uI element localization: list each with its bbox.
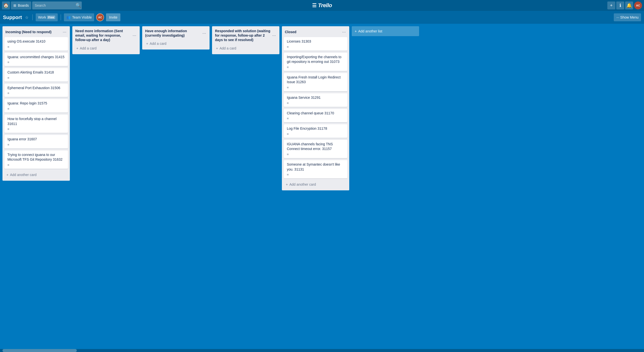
free-badge: Free <box>47 15 55 19</box>
add-card-button-closed[interactable]: + Add another card <box>283 180 348 188</box>
list-title-have-enough-info: Have enough information (currently inves… <box>145 29 201 38</box>
list-header-incoming: Incoming (Need to respond)··· <box>2 26 70 37</box>
board-header-right: ··· Show Menu <box>614 13 641 21</box>
dots-icon: ··· <box>616 15 619 19</box>
list-menu-button-closed[interactable]: ··· <box>340 29 347 35</box>
top-navigation: 🏠 ⊞ Boards 🔍 ☰ Trello + ℹ 🔔 AC <box>0 0 644 11</box>
card[interactable]: Importing/Exporting the channels to git … <box>284 53 347 71</box>
add-card-button-responded[interactable]: + Add a card <box>213 44 278 52</box>
card[interactable]: How to forcefully stop a channel 31611≡ <box>4 115 68 133</box>
team-visible-button[interactable]: 👥 Team Visible <box>64 13 94 21</box>
boards-grid-icon: ⊞ <box>14 3 16 7</box>
card-description-icon: ≡ <box>8 107 65 111</box>
card-title: Custom Alerting Emails 31418 <box>8 70 65 75</box>
card[interactable]: Log File Encryption 31178≡ <box>284 124 347 138</box>
card-description-icon: ≡ <box>287 65 344 69</box>
card-title: Iguana Service 31291 <box>287 95 344 100</box>
card-description-icon: ≡ <box>287 117 344 120</box>
invite-label: Invite <box>109 15 117 19</box>
user-avatar[interactable]: AC <box>634 1 642 9</box>
boards-button[interactable]: ⊞ Boards <box>11 1 31 9</box>
card-description-icon: ≡ <box>8 163 65 167</box>
list-need-more-info: Need more information (Sent email, waiti… <box>72 26 140 54</box>
card-title: Importing/Exporting the channels to git … <box>287 55 344 64</box>
list-header-have-enough-info: Have enough information (currently inves… <box>142 26 210 40</box>
list-title-need-more-info: Need more information (Sent email, waiti… <box>75 29 131 42</box>
card[interactable]: Ephemeral Port Exhaustion 31506≡ <box>4 84 68 97</box>
card-description-icon: ≡ <box>8 45 65 49</box>
add-card-button-incoming[interactable]: + Add another card <box>4 171 69 179</box>
list-menu-button-responded[interactable]: ··· <box>271 32 278 39</box>
card-title: IGUANA channels facing TNS Connect timeo… <box>287 142 344 151</box>
invite-button[interactable]: Invite <box>106 13 120 21</box>
card[interactable]: Iguana Service 31291≡ <box>284 93 347 107</box>
list-header-closed: Closed··· <box>282 26 349 37</box>
card-title: Log File Encryption 31178 <box>287 126 344 131</box>
plus-icon: + <box>286 182 288 186</box>
star-button[interactable]: ☆ <box>24 14 30 21</box>
add-card-button-need-more-info[interactable]: + Add a card <box>73 44 139 52</box>
member-avatar[interactable]: AC <box>96 13 104 21</box>
card[interactable]: Iguana: Repo login 31575≡ <box>4 99 68 113</box>
list-cards-incoming: using OS.execute 31410≡Iguana: uncommitt… <box>2 37 70 171</box>
card-description-icon: ≡ <box>287 132 344 136</box>
scroll-bar <box>0 349 644 352</box>
card[interactable]: Custom Alerting Emails 31418≡ <box>4 68 68 82</box>
card-description-icon: ≡ <box>8 127 65 131</box>
home-button[interactable]: 🏠 <box>2 1 10 9</box>
card-title: Someone at Symantec doesn't like you. 31… <box>287 162 344 172</box>
plus-icon: + <box>146 41 148 45</box>
info-button[interactable]: ℹ <box>616 1 624 9</box>
card[interactable]: Iguana: uncommitted changes 31415≡ <box>4 53 68 66</box>
show-menu-button[interactable]: ··· Show Menu <box>614 13 641 21</box>
card-title: Trying to connect iguana to our Microsof… <box>8 152 65 162</box>
card-title: Ephemeral Port Exhaustion 31506 <box>8 86 65 91</box>
list-menu-button-have-enough-info[interactable]: ··· <box>201 30 208 36</box>
list-menu-button-need-more-info[interactable]: ··· <box>131 32 138 39</box>
header-divider <box>32 14 33 20</box>
work-label: Work <box>38 15 46 19</box>
board-title: Support <box>3 14 22 20</box>
avatar-initials: AC <box>636 4 640 7</box>
trello-logo-text: Trello <box>318 2 332 9</box>
card[interactable]: using OS.execute 31410≡ <box>4 37 68 51</box>
work-button[interactable]: Work Free <box>36 13 58 21</box>
card-description-icon: ≡ <box>287 101 344 105</box>
card-title: Iguana: uncommitted changes 31415 <box>8 55 65 60</box>
list-menu-button-incoming[interactable]: ··· <box>61 29 68 35</box>
team-label: Team Visible <box>72 15 92 19</box>
card[interactable]: Licenses 31303≡ <box>284 37 347 51</box>
nav-right-section: + ℹ 🔔 AC <box>607 1 642 9</box>
card[interactable]: Trying to connect iguana to our Microsof… <box>4 150 68 169</box>
card-description-icon: ≡ <box>287 152 344 156</box>
card-description-icon: ≡ <box>8 143 65 147</box>
add-button[interactable]: + <box>607 1 615 9</box>
card[interactable]: Iguana Fresh Install Login Redirect Issu… <box>284 73 347 91</box>
card[interactable]: Someone at Symantec doesn't like you. 31… <box>284 160 347 178</box>
notification-button[interactable]: 🔔 <box>625 1 633 9</box>
card-title: How to forcefully stop a channel 31611 <box>8 117 65 126</box>
list-title-incoming: Incoming (Need to respond) <box>6 30 61 34</box>
card[interactable]: Clearing channel queue 31170≡ <box>284 109 347 122</box>
card-title: using OS.execute 31410 <box>8 39 65 44</box>
card-title: Iguana error 31607 <box>8 137 65 142</box>
search-icon-btn[interactable]: 🔍 <box>74 1 82 9</box>
card-description-icon: ≡ <box>8 60 65 64</box>
add-card-button-have-enough-info[interactable]: + Add a card <box>143 40 208 47</box>
list-closed: Closed···Licenses 31303≡Importing/Export… <box>282 26 349 190</box>
visibility-icon: 👥 <box>66 15 70 19</box>
plus-icon: + <box>76 46 78 50</box>
card-description-icon: ≡ <box>8 91 65 95</box>
card-title: Iguana: Repo login 31575 <box>8 101 65 106</box>
card[interactable]: Iguana error 31607≡ <box>4 135 68 149</box>
plus-icon: + <box>216 46 218 50</box>
plus-icon-list: + <box>355 29 357 33</box>
board-header: Support ☆ Work Free 👥 Team Visible AC In… <box>0 11 644 24</box>
card-description-icon: ≡ <box>8 76 65 80</box>
show-menu-label: Show Menu <box>620 15 638 19</box>
card[interactable]: IGUANA channels facing TNS Connect timeo… <box>284 140 347 158</box>
add-list-button[interactable]: + Add another list <box>352 26 419 36</box>
list-title-responded: Responded with solution (waiting for res… <box>215 29 271 42</box>
scroll-indicator <box>2 349 77 352</box>
list-title-closed: Closed <box>285 30 340 34</box>
